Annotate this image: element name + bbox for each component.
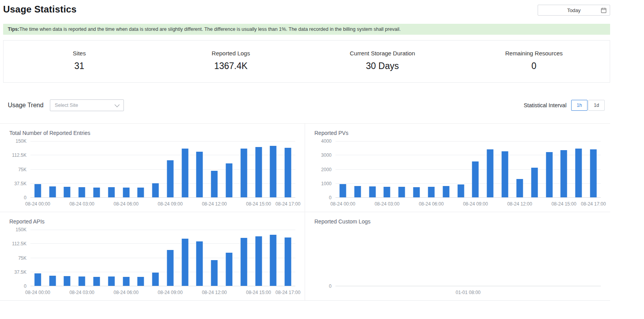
bar: [182, 149, 188, 197]
bar: [167, 160, 173, 197]
bar: [384, 187, 390, 197]
stat-label: Reported Logs: [155, 50, 307, 57]
y-tick-label: 112.5K: [12, 152, 26, 158]
statistical-interval-group: Statistical Interval 1h 1d: [524, 100, 605, 111]
bar: [270, 235, 277, 286]
stat-remaining-resources: Remaining Resources 0: [458, 50, 610, 71]
bar: [428, 187, 434, 197]
bar: [399, 187, 405, 197]
plot-area: [335, 141, 601, 198]
bar: [167, 250, 173, 286]
y-tick-label: 37.5K: [14, 269, 26, 275]
y-axis: 0: [314, 230, 335, 286]
x-tick-label: 08-24 00:00: [330, 201, 355, 207]
x-axis: 08-24 00:0008-24 03:0008-24 06:0008-24 0…: [30, 198, 295, 208]
bar: [339, 184, 346, 197]
interval-1d-button[interactable]: 1d: [588, 100, 605, 111]
stat-sites: Sites 31: [4, 50, 155, 71]
bar: [240, 238, 247, 286]
usage-trend-title: Usage Trend: [8, 102, 44, 109]
plot-area: [335, 230, 601, 286]
site-select-placeholder: Select Site: [55, 103, 78, 108]
bar: [575, 149, 582, 197]
date-range-picker[interactable]: Today: [538, 5, 610, 16]
chart-reported-custom-logs: Reported Custom Logs 0 01-01 08:00: [305, 212, 610, 300]
stat-storage-duration: Current Storage Duration 30 Days: [307, 50, 458, 71]
y-tick-label: 3000: [321, 152, 332, 158]
y-tick-label: 150K: [16, 227, 26, 232]
chart-title: Reported APIs: [9, 218, 295, 225]
bar: [152, 183, 159, 197]
charts-grid: Total Number of Reported Entries 037.5K7…: [0, 123, 610, 300]
bar: [546, 152, 552, 197]
x-tick-label: 08-24 17:00: [581, 201, 606, 207]
bar: [226, 163, 233, 197]
x-tick-label: 08-24 15:00: [551, 201, 576, 207]
stat-value: 30 Days: [307, 61, 458, 71]
bar: [123, 188, 129, 197]
bar: [79, 276, 85, 286]
chart-title: Reported Custom Logs: [314, 218, 601, 225]
bar: [443, 186, 449, 197]
bar: [34, 184, 41, 197]
tips-text: The time when data is reported and the t…: [19, 27, 401, 32]
gridline: [335, 141, 601, 142]
y-tick-label: 0: [24, 284, 26, 289]
x-tick-label: 08-24 15:00: [246, 290, 271, 295]
bar: [255, 236, 262, 286]
x-axis: 08-24 00:0008-24 03:0008-24 06:0008-24 0…: [30, 286, 295, 296]
chart-body: 037.5K75K112.5K150K 08-24 00:0008-24 03:…: [9, 141, 295, 208]
page-title: Usage Statistics: [3, 4, 77, 15]
statistical-interval-label: Statistical Interval: [524, 102, 566, 108]
plot-area: [30, 230, 295, 286]
y-tick-label: 2000: [321, 167, 332, 172]
y-axis: 037.5K75K112.5K150K: [9, 230, 30, 286]
bar: [108, 276, 115, 286]
x-tick-label: 08-24 06:00: [419, 201, 444, 207]
date-range-label: Today: [567, 7, 581, 13]
interval-1h-button[interactable]: 1h: [571, 100, 588, 111]
bar: [94, 188, 100, 197]
bar: [211, 260, 218, 286]
y-tick-label: 1000: [321, 181, 332, 186]
y-axis: 037.5K75K112.5K150K: [9, 141, 30, 198]
bar: [531, 168, 538, 197]
stat-label: Sites: [4, 50, 155, 57]
bar: [79, 187, 85, 197]
x-axis: 01-01 08:00: [335, 286, 601, 296]
y-tick-label: 112.5K: [12, 241, 26, 246]
x-tick-label: 08-24 03:00: [69, 201, 94, 207]
axis-corner: [314, 286, 335, 296]
bar: [285, 148, 291, 197]
x-tick-label: 08-24 03:00: [374, 201, 399, 207]
chart-reported-pvs: Reported PVs 01000200030004000 08-24 00:…: [305, 124, 610, 212]
x-tick-label: 08-24 12:00: [202, 290, 227, 295]
bar: [123, 277, 129, 286]
bar: [49, 186, 56, 197]
bar: [285, 237, 291, 286]
bar: [94, 277, 100, 286]
y-tick-label: 150K: [16, 138, 26, 144]
x-axis: 08-24 00:0008-24 03:0008-24 06:0008-24 0…: [335, 198, 601, 208]
bar: [472, 161, 479, 197]
y-tick-label: 75K: [18, 167, 26, 172]
plot-area: [30, 141, 295, 198]
bar: [49, 276, 56, 286]
y-tick-label: 37.5K: [14, 181, 26, 186]
bar: [457, 184, 464, 197]
chart-reported-apis: Reported APIs 037.5K75K112.5K150K 08-24 …: [0, 212, 305, 300]
site-select[interactable]: Select Site: [50, 99, 124, 111]
stat-label: Remaining Resources: [458, 50, 610, 57]
x-tick-label: 08-24 06:00: [114, 201, 139, 207]
chart-body: 01000200030004000 08-24 00:0008-24 03:00…: [314, 141, 601, 208]
y-tick-label: 75K: [18, 255, 26, 261]
y-tick-label: 0: [329, 284, 332, 289]
bar: [240, 149, 247, 197]
y-axis: 01000200030004000: [314, 141, 335, 198]
bar: [108, 187, 115, 197]
bar: [138, 188, 144, 197]
usage-statistics-page: Usage Statistics Today Tips:The time whe…: [0, 0, 610, 301]
y-tick-label: 0: [329, 195, 332, 200]
bar: [487, 149, 494, 197]
x-tick-label: 08-24 12:00: [202, 201, 227, 207]
